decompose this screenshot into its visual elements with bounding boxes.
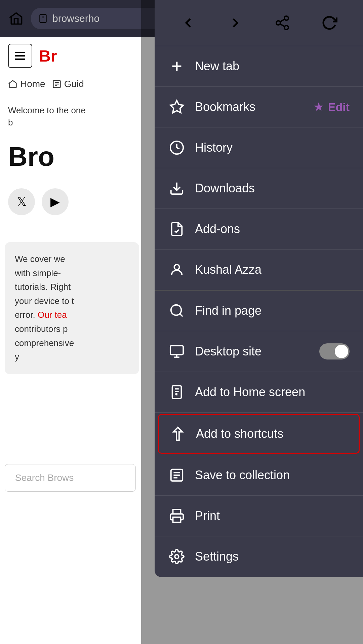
search-icon <box>168 302 186 319</box>
history-label: History <box>195 141 350 155</box>
nav-guide-label: Guid <box>64 79 84 89</box>
clock-icon <box>168 139 186 156</box>
collection-icon <box>168 466 186 484</box>
welcome-text: Welcome to the oneb <box>8 104 139 129</box>
menu-item-settings[interactable]: Settings <box>155 536 363 577</box>
nav-home-label: Home <box>20 79 45 89</box>
twitter-icon[interactable]: 𝕏 <box>8 188 35 215</box>
bookmarks-label: Bookmarks <box>195 100 304 114</box>
description-box: We cover wewith simple-tutorials. Righty… <box>5 242 139 374</box>
download-icon <box>168 180 186 197</box>
addons-icon <box>168 220 186 238</box>
plus-icon <box>168 58 186 75</box>
toggle-knob <box>335 345 348 358</box>
menu-item-new-tab[interactable]: New tab <box>155 46 363 87</box>
svg-point-35 <box>175 555 179 559</box>
youtube-icon[interactable]: ▶ <box>42 188 69 215</box>
new-tab-label: New tab <box>195 59 350 73</box>
star-purple-icon: ★ <box>313 100 324 114</box>
svg-point-19 <box>171 305 182 315</box>
menu-item-save-collection[interactable]: Save to collection <box>155 455 363 496</box>
url-text: browserho <box>52 13 99 24</box>
print-icon <box>168 507 186 525</box>
add-home-icon <box>168 383 186 401</box>
svg-point-10 <box>284 26 288 30</box>
hamburger-button[interactable] <box>8 44 32 68</box>
addons-label: Add-ons <box>195 222 350 236</box>
forward-button[interactable] <box>225 12 246 34</box>
search-placeholder: Search Brows <box>15 472 74 483</box>
menu-item-print[interactable]: Print <box>155 496 363 536</box>
nav-guide[interactable]: Guid <box>52 79 84 89</box>
menu-item-desktop[interactable]: Desktop site <box>155 331 363 372</box>
desktop-toggle[interactable] <box>319 343 350 359</box>
menu-item-find[interactable]: Find in page <box>155 291 363 331</box>
downloads-label: Downloads <box>195 181 350 195</box>
svg-line-12 <box>280 19 285 22</box>
desktop-label: Desktop site <box>195 344 310 358</box>
shortcuts-label: Add to shortcuts <box>196 427 349 441</box>
search-box[interactable]: Search Brows <box>5 464 136 492</box>
person-icon <box>168 261 186 278</box>
back-button[interactable] <box>177 12 199 34</box>
page-logo: Br <box>39 47 57 65</box>
share-button[interactable] <box>272 12 293 34</box>
social-icons: 𝕏 ▶ <box>8 188 69 215</box>
svg-point-18 <box>174 265 179 270</box>
menu-item-bookmarks[interactable]: Bookmarks ★ Edit <box>155 87 363 127</box>
add-home-label: Add to Home screen <box>195 385 350 399</box>
svg-rect-21 <box>170 346 183 355</box>
menu-item-add-shortcuts[interactable]: Add to shortcuts <box>158 414 360 454</box>
menu-item-history[interactable]: History <box>155 127 363 168</box>
shortcut-icon <box>169 425 187 443</box>
svg-line-11 <box>280 24 285 27</box>
settings-label: Settings <box>195 550 350 564</box>
menu-item-add-home[interactable]: Add to Home screen <box>155 372 363 413</box>
star-icon <box>168 98 186 116</box>
svg-line-20 <box>180 314 183 316</box>
menu-toolbar <box>155 0 363 46</box>
page-nav-links: Home Guid <box>8 71 143 98</box>
desktop-icon <box>168 343 186 360</box>
find-label: Find in page <box>195 304 350 318</box>
reload-button[interactable] <box>319 12 340 34</box>
big-title: Bro <box>8 141 54 172</box>
home-button[interactable] <box>7 9 26 28</box>
svg-rect-0 <box>40 14 46 23</box>
gear-icon <box>168 548 186 565</box>
description-text: We cover wewith simple-tutorials. Righty… <box>15 254 74 362</box>
page-nav-bar: Br <box>0 37 141 75</box>
menu-item-profile[interactable]: Kushal Azza <box>155 250 363 290</box>
svg-rect-34 <box>173 517 181 522</box>
profile-label: Kushal Azza <box>195 263 350 277</box>
svg-marker-29 <box>173 427 183 440</box>
svg-marker-15 <box>170 101 183 113</box>
bookmarks-right: ★ Edit <box>313 100 350 114</box>
dropdown-menu: New tab Bookmarks ★ Edit History <box>155 0 363 577</box>
svg-point-9 <box>276 21 280 25</box>
svg-point-8 <box>284 16 288 20</box>
menu-item-downloads[interactable]: Downloads <box>155 168 363 209</box>
edit-button[interactable]: Edit <box>328 101 350 114</box>
nav-home[interactable]: Home <box>8 79 45 89</box>
print-label: Print <box>195 509 350 523</box>
menu-item-addons[interactable]: Add-ons <box>155 209 363 250</box>
collection-label: Save to collection <box>195 468 350 482</box>
